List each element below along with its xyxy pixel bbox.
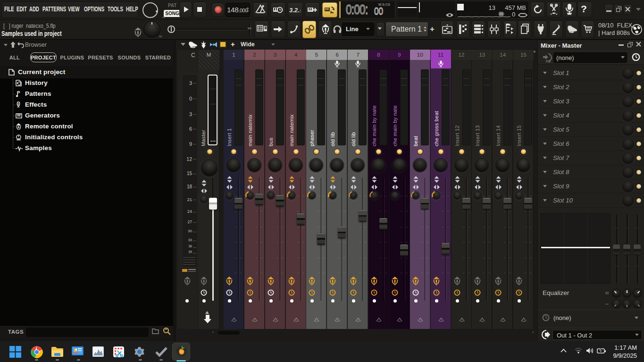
svg-text:EQ: EQ	[546, 59, 551, 63]
